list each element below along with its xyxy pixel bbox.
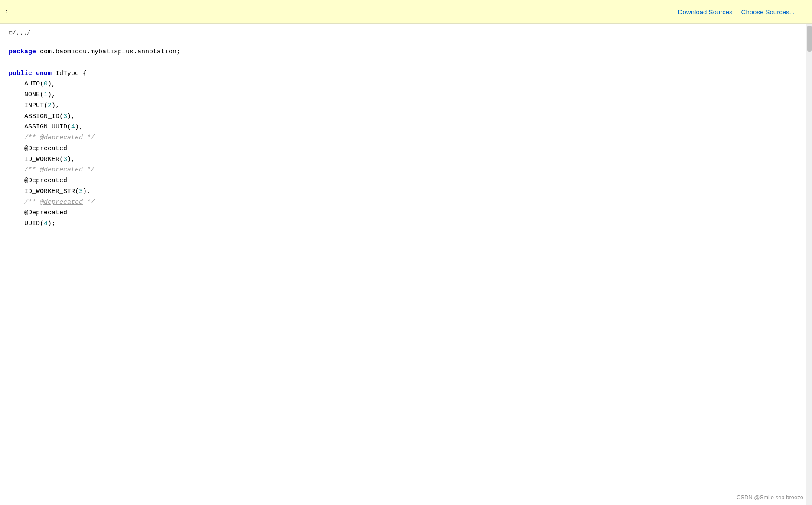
comment-deprecated-1: /** @deprecated */ (24, 134, 95, 141)
editor-area: ⊟/.../ package com.baomidou.mybatisplus.… (0, 24, 812, 505)
keyword-public: public (9, 70, 32, 77)
comment-deprecated-2: /** @deprecated */ (24, 166, 95, 174)
code-content: ⊟/.../ package com.baomidou.mybatisplus.… (0, 24, 806, 505)
breadcrumb-path: /.../ (12, 30, 30, 36)
choose-sources-link[interactable]: Choose Sources... (741, 8, 795, 16)
annotation-deprecated-3: @Deprecated (24, 209, 67, 216)
top-bar-left-text: : (4, 8, 8, 15)
comment-deprecated-3: /** @deprecated */ (24, 199, 95, 206)
notification-bar: : Download Sources Choose Sources... (0, 0, 812, 24)
entry-uuid: UUID(4); (24, 220, 55, 227)
breadcrumb: ⊟/.../ (9, 28, 797, 38)
annotation-deprecated-2: @Deprecated (24, 177, 67, 184)
entry-id-worker: ID_WORKER(3), (24, 156, 75, 163)
class-name: IdType { (52, 70, 87, 77)
keyword-package: package (9, 48, 36, 56)
entry-assign-id: ASSIGN_ID(3), (24, 113, 75, 120)
entry-id-worker-str: ID_WORKER_STR(3), (24, 188, 91, 195)
code-block: package com.baomidou.mybatisplus.annotat… (9, 47, 797, 230)
scrollbar-thumb[interactable] (807, 26, 812, 52)
watermark: CSDN @Smile sea breeze (737, 494, 803, 501)
scrollbar[interactable] (806, 24, 812, 505)
entry-assign-uuid: ASSIGN_UUID(4), (24, 123, 83, 131)
package-name: com.baomidou.mybatisplus.annotation; (36, 48, 180, 56)
top-bar-actions: Download Sources Choose Sources... (678, 8, 795, 16)
annotation-deprecated-1: @Deprecated (24, 145, 67, 152)
download-sources-link[interactable]: Download Sources (678, 8, 733, 16)
entry-auto: AUTO(0), (24, 80, 55, 88)
keyword-enum: enum (36, 70, 52, 77)
entry-none: NONE(1), (24, 91, 55, 98)
entry-input: INPUT(2), (24, 102, 59, 109)
